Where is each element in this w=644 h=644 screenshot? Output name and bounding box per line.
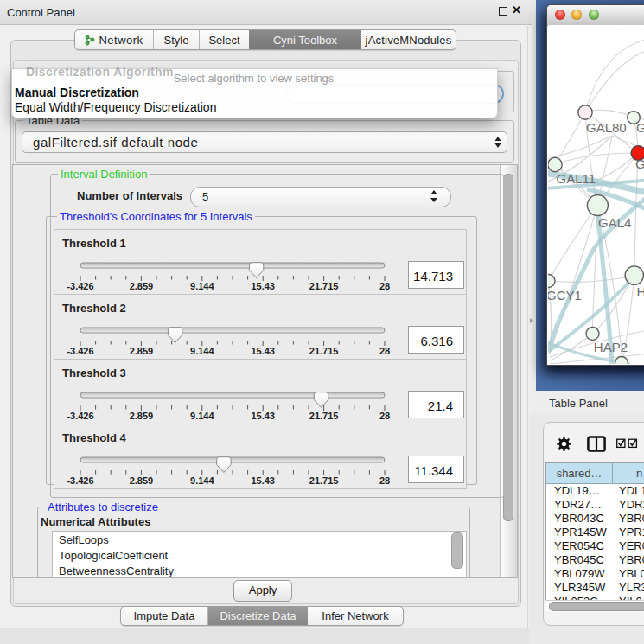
- svg-text:2.859: 2.859: [130, 346, 154, 356]
- svg-text:GCY1: GCY1: [548, 288, 582, 303]
- svg-text:15.43: 15.43: [251, 411, 275, 421]
- svg-text:-3.426: -3.426: [67, 411, 93, 421]
- svg-text:28: 28: [379, 346, 390, 356]
- svg-text:28: 28: [379, 411, 390, 421]
- svg-text:-3.426: -3.426: [67, 281, 93, 291]
- svg-text:21.715: 21.715: [309, 411, 339, 421]
- svg-text:15.43: 15.43: [251, 346, 275, 356]
- svg-text:-3.426: -3.426: [67, 346, 93, 356]
- svg-text:-3.426: -3.426: [67, 475, 93, 486]
- svg-text:9.144: 9.144: [190, 411, 214, 421]
- svg-text:9.144: 9.144: [190, 281, 214, 291]
- svg-text:2.859: 2.859: [130, 475, 154, 486]
- svg-text:15.43: 15.43: [251, 475, 275, 486]
- svg-text:21.715: 21.715: [309, 346, 339, 356]
- svg-text:21.715: 21.715: [309, 281, 339, 291]
- svg-text:9.144: 9.144: [190, 475, 214, 486]
- svg-text:2.859: 2.859: [130, 411, 154, 421]
- svg-text:9.144: 9.144: [190, 346, 214, 356]
- svg-text:15.43: 15.43: [251, 281, 275, 291]
- svg-text:28: 28: [379, 475, 390, 486]
- svg-text:21.715: 21.715: [309, 475, 339, 486]
- svg-text:G: G: [635, 156, 644, 171]
- svg-text:HAP2: HAP2: [594, 340, 628, 354]
- svg-text:28: 28: [379, 281, 390, 291]
- svg-text:GA: GA: [636, 120, 644, 135]
- svg-text:GAL4: GAL4: [598, 215, 631, 230]
- svg-text:GAL11: GAL11: [557, 171, 596, 186]
- svg-text:H: H: [637, 284, 644, 299]
- svg-text:2.859: 2.859: [130, 281, 154, 291]
- svg-text:GAL80: GAL80: [586, 120, 627, 135]
